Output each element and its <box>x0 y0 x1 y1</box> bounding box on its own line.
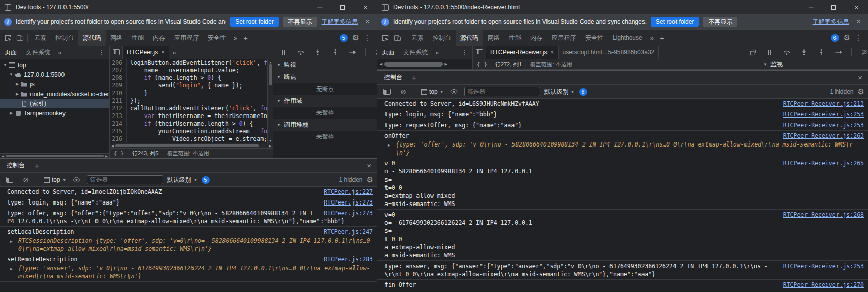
code-line[interactable]: 213 var theirUsername = theirUsernameInp… <box>110 112 267 120</box>
source-link[interactable]: RTCPeer.js:273 <box>324 209 373 217</box>
pretty-print-icon[interactable]: { } <box>114 150 124 157</box>
step-icon[interactable] <box>346 46 359 59</box>
code-line[interactable]: 209 send("login", { name }); <box>110 82 267 90</box>
more-options-icon[interactable]: ⋮ <box>364 34 371 42</box>
panel-tab[interactable]: 网络 <box>483 30 504 46</box>
step-into-icon[interactable] <box>312 46 324 59</box>
maximize-button[interactable] <box>822 0 845 14</box>
panel-tab[interactable]: 元素 <box>29 30 51 46</box>
scrollbar-thumb[interactable] <box>115 144 259 147</box>
maximize-button[interactable] <box>331 0 354 14</box>
code-text[interactable]: var theirUsername = theirUsernameInput.v… <box>127 112 267 120</box>
section-caret-icon[interactable]: ▼ <box>277 123 281 127</box>
scroll-right-icon[interactable]: ▶ <box>267 144 273 148</box>
console-sidebar-icon[interactable] <box>381 85 393 98</box>
dismiss-button[interactable]: 不再显示 <box>703 17 737 27</box>
deactivate-breakpoints-icon[interactable] <box>858 46 868 59</box>
panel-tab[interactable]: 安全性 <box>203 30 231 46</box>
section-callstack[interactable]: ▼ 调用堆栈 <box>273 119 377 131</box>
tree-caret-icon[interactable]: ▼ <box>2 63 8 67</box>
tree-caret-icon[interactable]: ▶ <box>14 82 20 86</box>
section-caret-icon[interactable]: ▼ <box>277 99 281 103</box>
panel-tab[interactable]: 源代码 <box>456 30 483 46</box>
panel-tab[interactable]: 控制台 <box>51 30 78 46</box>
tree-item-index[interactable]: (索引) <box>0 99 109 108</box>
step-icon[interactable] <box>832 46 845 59</box>
code-line[interactable]: 212 callButton.addEventListener('click',… <box>110 105 267 112</box>
source-link[interactable]: RTCPeer-Receiver.js:253 <box>783 262 864 270</box>
context-selector[interactable]: top ▼ <box>421 88 444 95</box>
navigator-horizontal-scrollbar[interactable]: ◀ ▶ <box>0 153 109 158</box>
step-out-icon[interactable] <box>815 46 827 59</box>
navigator-toggle-icon[interactable] <box>110 46 123 59</box>
source-link[interactable]: RTCPeer.js:227 <box>324 188 373 196</box>
panel-tab[interactable]: 元素 <box>407 30 428 46</box>
panel-tab[interactable]: 应用程序 <box>547 30 581 46</box>
source-link[interactable]: RTCPeer-Receiver.js:265 <box>783 159 864 167</box>
code-line[interactable]: 216 Video.srcObject = e.stream; <box>110 135 267 143</box>
navigator-horizontal-scrollbar[interactable]: ◀ ▶ <box>377 59 472 70</box>
line-number[interactable]: 213 <box>110 112 127 120</box>
code-line[interactable]: 208 if (name.length > 0) { <box>110 74 267 82</box>
expand-caret-icon[interactable]: ▶ <box>10 238 13 246</box>
section-watch[interactable]: ▼ 监视 <box>759 59 868 70</box>
settings-gear-icon[interactable]: ⚙ <box>352 33 359 42</box>
step-over-icon[interactable] <box>295 46 307 59</box>
code-text[interactable]: } <box>127 90 267 97</box>
pretty-print-icon[interactable]: { } <box>477 61 487 68</box>
log-level-selector[interactable]: 默认级别 ▼ <box>167 176 198 184</box>
tab-console[interactable]: 控制台 <box>377 71 409 84</box>
tab-filesystem[interactable]: 文件系统 <box>21 46 55 59</box>
editor-tab-userscript[interactable]: userscript.html…5-958986b03a32 <box>559 46 659 59</box>
close-button[interactable]: × <box>354 0 377 14</box>
minimize-button[interactable]: ─ <box>308 0 331 14</box>
section-caret-icon[interactable]: ▼ <box>277 63 281 67</box>
section-caret-icon[interactable]: ▼ <box>277 75 281 79</box>
device-toolbar-icon[interactable] <box>391 32 403 44</box>
scroll-right-icon[interactable]: ▶ <box>443 62 449 66</box>
live-expression-eye-icon[interactable] <box>448 85 460 98</box>
source-link[interactable]: RTCPeer.js:247 <box>324 228 373 236</box>
line-number[interactable]: 207 <box>110 67 127 74</box>
scroll-left-icon[interactable]: ◀ <box>110 144 115 148</box>
source-link[interactable]: RTCPeer-Receiver.js:268 <box>783 211 864 219</box>
editor-tab-rtcpeer[interactable]: RTCPeer.js × <box>123 46 169 59</box>
source-link[interactable]: RTCPeer-Receiver.js:270 <box>783 281 864 289</box>
code-text[interactable]: }); <box>127 97 267 105</box>
more-navigator-tabs-icon[interactable]: » <box>432 49 442 56</box>
issues-badge[interactable]: 5 <box>340 34 348 42</box>
console-sidebar-icon[interactable] <box>4 173 16 186</box>
scroll-down-icon[interactable]: ▼ <box>269 138 271 143</box>
line-number[interactable]: 215 <box>110 128 127 135</box>
source-link[interactable]: RTCPeer-Receiver.js:263 <box>783 132 864 140</box>
minimize-button[interactable]: ─ <box>799 0 822 14</box>
add-drawer-tab-icon[interactable]: + <box>31 161 42 170</box>
line-number[interactable]: 210 <box>110 90 127 97</box>
tree-item-tampermonkey[interactable]: ▶ Tampermonkey <box>0 108 109 118</box>
panel-tab[interactable]: 源代码 <box>78 30 106 46</box>
source-link[interactable]: RTCPeer.js:273 <box>324 198 373 207</box>
panel-tab[interactable]: Lighthouse <box>608 30 647 46</box>
tree-item-origin[interactable]: ▼ 127.0.0.1:5500 <box>0 70 109 79</box>
step-out-icon[interactable] <box>329 46 341 59</box>
tree-item-node-modules[interactable]: ▶ node_modules/socket.io-clier <box>0 89 109 99</box>
line-number[interactable]: 214 <box>110 120 127 128</box>
code-line[interactable]: 211 }); <box>110 97 267 105</box>
panel-tab[interactable]: 内存 <box>148 30 170 46</box>
close-drawer-icon[interactable]: × <box>361 161 377 170</box>
section-caret-icon[interactable]: ▼ <box>763 62 767 67</box>
navigator-toggle-icon[interactable] <box>473 46 486 59</box>
panel-tab[interactable]: 应用程序 <box>170 30 203 46</box>
source-link[interactable]: RTCPeer-Receiver.js:253 <box>783 110 864 119</box>
more-options-icon[interactable]: ⋮ <box>855 34 862 42</box>
close-button[interactable]: × <box>845 0 868 14</box>
more-tabs-icon[interactable]: » <box>647 34 657 42</box>
code-text[interactable]: callButton.addEventListener('click', fun… <box>127 105 267 112</box>
panel-tab[interactable]: 性能 <box>504 30 526 46</box>
source-link[interactable]: RTCPeer-Receiver.js:213 <box>783 100 864 108</box>
line-number[interactable]: 206 <box>110 59 127 67</box>
close-tab-icon[interactable]: × <box>550 49 554 56</box>
line-number[interactable]: 208 <box>110 74 127 82</box>
line-number[interactable]: 216 <box>110 135 127 143</box>
code-text[interactable]: Video.srcObject = e.stream; <box>127 135 267 143</box>
